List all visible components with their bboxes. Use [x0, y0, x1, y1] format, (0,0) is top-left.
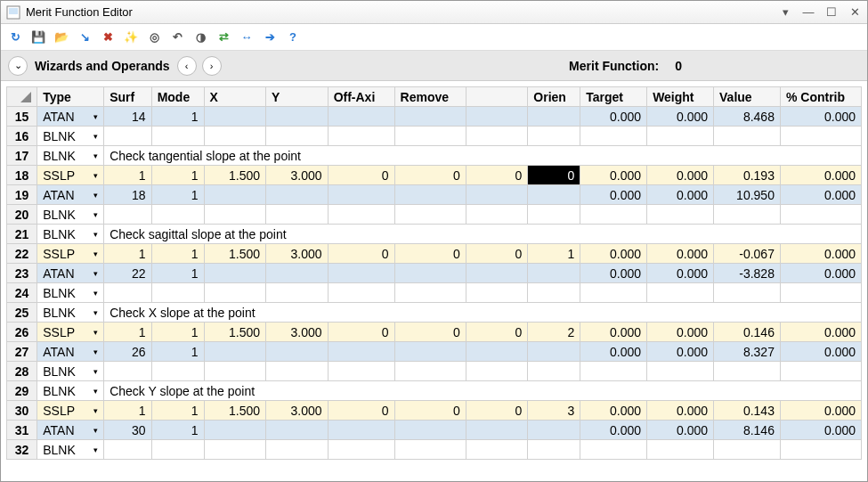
cell[interactable]: [266, 440, 329, 460]
cell[interactable]: [204, 205, 266, 225]
cell[interactable]: [466, 421, 528, 440]
row-number[interactable]: 20: [7, 205, 37, 225]
cell[interactable]: 0: [528, 166, 580, 185]
column-header[interactable]: Remove: [394, 87, 466, 107]
cell[interactable]: 1.500: [204, 401, 266, 421]
type-cell[interactable]: BLNK▾: [37, 303, 104, 323]
cell[interactable]: 3.000: [266, 244, 329, 264]
cell[interactable]: 0.000: [647, 185, 714, 205]
chevron-down-icon[interactable]: ▾: [93, 328, 98, 337]
cell[interactable]: [780, 283, 861, 303]
cell[interactable]: [394, 185, 466, 205]
cell[interactable]: 0.000: [580, 323, 647, 342]
cell[interactable]: [580, 362, 647, 381]
cell[interactable]: 0: [394, 401, 466, 421]
cell[interactable]: 8.146: [714, 421, 781, 440]
cell[interactable]: 10.950: [714, 185, 781, 205]
cell[interactable]: 0.000: [647, 421, 714, 440]
chevron-down-icon[interactable]: ▾: [93, 269, 98, 278]
type-cell[interactable]: SSLP▾: [37, 401, 104, 421]
cell[interactable]: 0: [394, 244, 466, 264]
next-button[interactable]: ›: [202, 56, 222, 76]
column-header[interactable]: Weight: [647, 87, 714, 107]
cell[interactable]: 0.000: [580, 107, 647, 127]
row-number[interactable]: 28: [7, 362, 37, 381]
chevron-down-icon[interactable]: ▾: [93, 132, 98, 141]
cell[interactable]: [266, 185, 329, 205]
row-number[interactable]: 30: [7, 401, 37, 421]
type-cell[interactable]: ATAN▾: [37, 107, 104, 127]
close-icon[interactable]: ✕: [848, 5, 862, 20]
cell[interactable]: [394, 107, 466, 127]
cell[interactable]: 1: [151, 244, 204, 264]
cell[interactable]: [204, 107, 266, 127]
cell[interactable]: [328, 362, 394, 381]
cell[interactable]: [466, 107, 528, 127]
cell[interactable]: [528, 185, 580, 205]
cell[interactable]: 0.000: [580, 185, 647, 205]
column-header[interactable]: Surf: [104, 87, 152, 107]
cell[interactable]: [104, 283, 152, 303]
cell[interactable]: 0.143: [714, 401, 781, 421]
cell[interactable]: 1: [151, 107, 204, 127]
prev-button[interactable]: ‹: [177, 56, 197, 76]
type-cell[interactable]: ATAN▾: [37, 421, 104, 440]
cell[interactable]: [394, 264, 466, 283]
cell[interactable]: [580, 205, 647, 225]
column-header[interactable]: Orien: [528, 87, 580, 107]
cell[interactable]: [528, 342, 580, 362]
cell[interactable]: 0.000: [780, 107, 861, 127]
select-all-corner[interactable]: [7, 87, 37, 107]
column-header[interactable]: [466, 87, 528, 107]
row-number[interactable]: 15: [7, 107, 37, 127]
cell[interactable]: 0.000: [647, 401, 714, 421]
cell[interactable]: 3.000: [266, 401, 329, 421]
cell[interactable]: [714, 205, 781, 225]
column-header[interactable]: % Contrib: [780, 87, 861, 107]
cell[interactable]: [466, 127, 528, 146]
row-number[interactable]: 29: [7, 381, 37, 401]
cell[interactable]: [328, 185, 394, 205]
cell[interactable]: 1.500: [204, 323, 266, 342]
type-cell[interactable]: BLNK▾: [37, 225, 104, 244]
column-header[interactable]: X: [204, 87, 266, 107]
wand-icon[interactable]: ✨: [122, 29, 140, 46]
type-cell[interactable]: ATAN▾: [37, 264, 104, 283]
go-icon[interactable]: ➔: [261, 29, 279, 46]
cell[interactable]: 18: [104, 185, 152, 205]
cell[interactable]: 1: [151, 166, 204, 185]
chevron-down-icon[interactable]: ▾: [93, 171, 98, 180]
cell[interactable]: [528, 127, 580, 146]
cell[interactable]: 0: [466, 166, 528, 185]
comment-cell[interactable]: Check sagittal slope at the point: [104, 225, 862, 244]
cell[interactable]: 0.000: [580, 264, 647, 283]
column-header[interactable]: Mode: [151, 87, 204, 107]
cell[interactable]: [466, 342, 528, 362]
chevron-down-icon[interactable]: ▾: [93, 347, 98, 356]
row-number[interactable]: 26: [7, 323, 37, 342]
cell[interactable]: [780, 127, 861, 146]
cell[interactable]: -0.067: [714, 244, 781, 264]
cell[interactable]: [328, 283, 394, 303]
save-icon[interactable]: 💾: [29, 29, 47, 46]
cell[interactable]: [466, 205, 528, 225]
cell[interactable]: 0.146: [714, 323, 781, 342]
cell[interactable]: [647, 440, 714, 460]
cell[interactable]: 0.000: [780, 244, 861, 264]
cell[interactable]: [580, 283, 647, 303]
cell[interactable]: [394, 362, 466, 381]
type-cell[interactable]: SSLP▾: [37, 166, 104, 185]
cell[interactable]: 2: [528, 323, 580, 342]
cell[interactable]: 22: [104, 264, 152, 283]
cell[interactable]: 26: [104, 342, 152, 362]
cell[interactable]: 0.000: [780, 401, 861, 421]
cell[interactable]: [204, 362, 266, 381]
cell[interactable]: 0.000: [580, 244, 647, 264]
cell[interactable]: 3: [528, 401, 580, 421]
cell[interactable]: [466, 440, 528, 460]
cell[interactable]: [204, 342, 266, 362]
row-number[interactable]: 23: [7, 264, 37, 283]
cell[interactable]: [266, 283, 329, 303]
cell[interactable]: 8.327: [714, 342, 781, 362]
cell[interactable]: [151, 205, 204, 225]
